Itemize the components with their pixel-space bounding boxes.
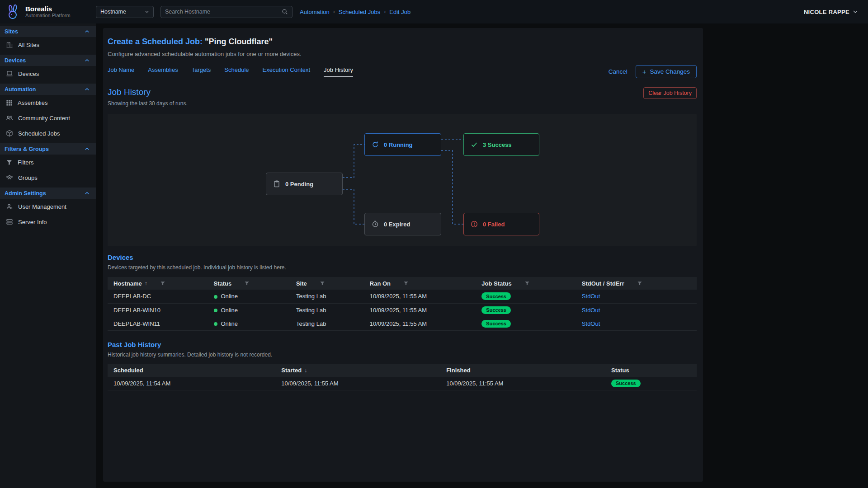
- col-status[interactable]: Status: [611, 367, 629, 374]
- breadcrumb-scheduled-jobs[interactable]: Scheduled Jobs: [339, 9, 381, 15]
- sidebar-item-groups[interactable]: Groups: [0, 170, 96, 185]
- page-title-prefix: Create a Scheduled Job:: [108, 37, 203, 46]
- job-history-header-row: Job History Showing the last 30 days of …: [108, 87, 697, 107]
- cell-hostname: DEEPLAB-WIN11: [108, 317, 208, 330]
- col-job-status[interactable]: Job Status: [481, 280, 511, 287]
- stdout-link[interactable]: StdOut: [582, 320, 600, 327]
- sidebar-section-filters-groups[interactable]: Filters & Groups: [0, 143, 96, 155]
- col-stdout-stderr[interactable]: StdOut / StdErr: [582, 280, 624, 287]
- col-finished[interactable]: Finished: [446, 367, 470, 374]
- tab-assemblies[interactable]: Assemblies: [148, 66, 178, 77]
- cell-status: Online: [208, 317, 290, 330]
- online-status-dot: [214, 309, 217, 312]
- sidebar-item-devices[interactable]: Devices: [0, 66, 96, 81]
- cell-job-status: Success: [476, 290, 576, 303]
- stdout-link[interactable]: StdOut: [582, 293, 600, 300]
- sidebar-section-devices[interactable]: Devices: [0, 55, 96, 66]
- hostname-select[interactable]: Hostname: [96, 6, 154, 18]
- table-row[interactable]: DEEPLAB-DC Online Testing Lab 10/09/2025…: [108, 290, 697, 303]
- tab-schedule[interactable]: Schedule: [224, 66, 249, 77]
- tab-execution-context[interactable]: Execution Context: [263, 66, 311, 77]
- online-status-dot: [214, 322, 217, 326]
- cancel-button[interactable]: Cancel: [609, 68, 627, 75]
- tab-targets[interactable]: Targets: [192, 66, 211, 77]
- sidebar-section-label: Devices: [5, 57, 26, 64]
- chevron-down-icon: [853, 9, 858, 14]
- col-hostname[interactable]: Hostname: [113, 280, 142, 287]
- flow-node-success[interactable]: 3 Success: [463, 133, 539, 156]
- flow-node-expired[interactable]: 0 Expired: [364, 213, 441, 235]
- hostname-search: [160, 6, 292, 18]
- chevron-up-icon: [85, 87, 90, 92]
- sort-desc-icon[interactable]: ↓: [304, 367, 307, 374]
- chevron-up-icon: [85, 58, 90, 63]
- tab-job-name[interactable]: Job Name: [108, 66, 134, 77]
- sidebar-item-assemblies[interactable]: Assemblies: [0, 95, 96, 110]
- flow-node-failed[interactable]: 0 Failed: [463, 213, 539, 235]
- sidebar-item-user-management[interactable]: User Management: [0, 199, 96, 214]
- search-input[interactable]: [165, 9, 282, 15]
- col-site[interactable]: Site: [296, 280, 307, 287]
- filter-icon[interactable]: [524, 281, 530, 286]
- cell-started: 10/09/2025, 11:55 AM: [275, 377, 440, 390]
- online-status-dot: [214, 295, 217, 299]
- filter-icon[interactable]: [160, 281, 165, 286]
- filter-icon[interactable]: [637, 281, 642, 286]
- past-job-history-table: Scheduled Started↓ Finished Status 10/09…: [108, 364, 697, 391]
- sidebar-item-label: Scheduled Jobs: [18, 130, 60, 137]
- clear-job-history-button[interactable]: Clear Job History: [643, 87, 697, 99]
- sidebar-section-sites[interactable]: Sites: [0, 26, 96, 37]
- chevron-up-icon: [85, 191, 90, 196]
- sort-asc-icon[interactable]: ↑: [145, 280, 147, 286]
- table-row[interactable]: DEEPLAB-WIN11 Online Testing Lab 10/09/2…: [108, 317, 697, 330]
- past-history-header-row: Scheduled Started↓ Finished Status: [108, 364, 697, 377]
- col-started[interactable]: Started: [281, 367, 302, 374]
- tab-job-history[interactable]: Job History: [324, 66, 353, 77]
- filter-icon[interactable]: [244, 281, 250, 286]
- sidebar-section-automation[interactable]: Automation: [0, 84, 96, 95]
- flow-node-label: 0 Failed: [483, 221, 505, 228]
- status-badge: Success: [481, 320, 511, 328]
- page-subtitle: Configure advanced schedulable automatio…: [108, 51, 697, 57]
- clipboard-icon: [273, 180, 280, 188]
- cell-scheduled: 10/09/2025, 11:54 AM: [108, 377, 275, 390]
- col-scheduled[interactable]: Scheduled: [113, 367, 143, 374]
- cell-stdout: StdOut: [576, 317, 697, 330]
- table-row[interactable]: DEEPLAB-WIN10 Online Testing Lab 10/09/2…: [108, 303, 697, 317]
- stdout-link[interactable]: StdOut: [582, 307, 600, 314]
- borealis-logo-icon: [4, 3, 22, 21]
- sidebar-item-label: Filters: [18, 159, 33, 166]
- table-row[interactable]: 10/09/2025, 11:54 AM 10/09/2025, 11:55 A…: [108, 377, 697, 390]
- filter-icon: [6, 159, 13, 166]
- sidebar-item-filters[interactable]: Filters: [0, 155, 96, 170]
- tab-actions: Cancel + Save Changes: [609, 65, 697, 78]
- filter-icon[interactable]: [403, 281, 409, 286]
- sidebar-section-admin-settings[interactable]: Admin Settings: [0, 188, 96, 199]
- flow-node-pending[interactable]: 0 Pending: [266, 173, 343, 195]
- cell-status: Online: [208, 303, 290, 317]
- sidebar-item-label: Server Info: [18, 219, 47, 225]
- status-text: Online: [221, 307, 238, 314]
- col-ran-on[interactable]: Ran On: [370, 280, 391, 287]
- clock-icon: [372, 221, 379, 228]
- sidebar-item-scheduled-jobs[interactable]: Scheduled Jobs: [0, 126, 96, 141]
- brand: Borealis Automation Platform: [0, 3, 96, 21]
- sidebar-item-all-sites[interactable]: All Sites: [0, 37, 96, 52]
- sidebar-item-server-info[interactable]: Server Info: [0, 214, 96, 230]
- cell-stdout: StdOut: [576, 303, 697, 317]
- user-menu[interactable]: NICOLE RAPPE: [804, 9, 858, 15]
- flow-node-label: 0 Running: [384, 141, 413, 148]
- flow-node-running[interactable]: 0 Running: [364, 133, 441, 156]
- col-status[interactable]: Status: [214, 280, 232, 287]
- search-icon[interactable]: [282, 9, 288, 15]
- filter-icon[interactable]: [320, 281, 325, 286]
- breadcrumb-edit-job[interactable]: Edit Job: [389, 9, 410, 15]
- sidebar-item-label: User Management: [18, 203, 66, 210]
- devices-description: Devices targeted by this scheduled job. …: [108, 264, 697, 271]
- grid-icon: [6, 99, 13, 106]
- cell-job-status: Success: [476, 303, 576, 317]
- status-badge: Success: [611, 380, 641, 387]
- breadcrumb-automation[interactable]: Automation: [300, 9, 330, 15]
- sidebar-item-community-content[interactable]: Community Content: [0, 110, 96, 126]
- save-changes-button[interactable]: + Save Changes: [636, 65, 697, 78]
